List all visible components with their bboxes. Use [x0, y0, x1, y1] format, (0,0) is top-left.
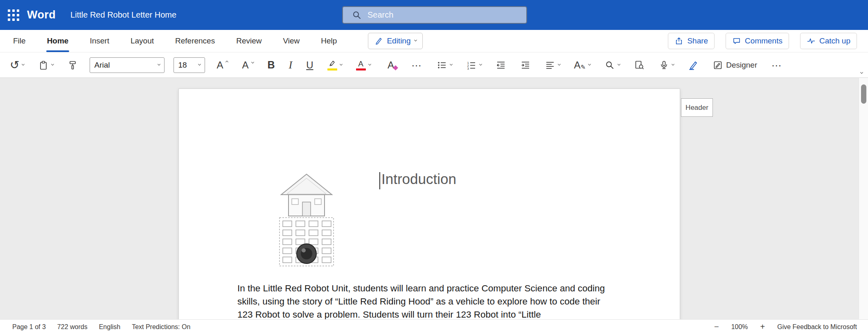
- decrease-indent-button[interactable]: [493, 56, 509, 74]
- more-ribbon-options-button[interactable]: …: [769, 56, 785, 74]
- more-font-options-button[interactable]: …: [409, 56, 425, 74]
- grow-font-button[interactable]: A: [214, 56, 230, 74]
- format-painter-icon: [68, 60, 78, 70]
- numbering-menu-chevron[interactable]: [479, 62, 482, 65]
- font-color-icon: A: [356, 60, 366, 70]
- designer-label: Designer: [726, 61, 757, 70]
- comments-label: Comments: [745, 36, 782, 45]
- dictate-button[interactable]: [656, 56, 676, 74]
- underline-button[interactable]: U: [304, 56, 316, 74]
- paste-button[interactable]: [36, 56, 56, 74]
- ellipsis-icon: …: [771, 61, 782, 69]
- numbering-button[interactable]: 1 2 3: [464, 56, 484, 74]
- grow-font-arrow-icon: [225, 61, 228, 64]
- increase-indent-button[interactable]: [518, 56, 533, 74]
- bullets-button[interactable]: [434, 56, 455, 74]
- app-name[interactable]: Word: [27, 9, 56, 21]
- house-robot-image[interactable]: [271, 169, 343, 272]
- zoom-in-button[interactable]: +: [760, 322, 765, 332]
- share-icon: [674, 36, 683, 45]
- tab-layout[interactable]: Layout: [131, 30, 154, 52]
- editor-button[interactable]: [685, 56, 701, 74]
- bold-icon: B: [268, 59, 275, 71]
- clipboard-icon: [38, 60, 49, 70]
- feedback-link[interactable]: Give Feedback to Microsoft: [777, 323, 857, 331]
- font-size-chevron[interactable]: [198, 62, 201, 65]
- collapse-ribbon-button[interactable]: [859, 66, 864, 76]
- text-predictions-toggle[interactable]: Text Predictions: On: [132, 323, 190, 331]
- scrollbar-thumb[interactable]: [861, 84, 866, 104]
- shrink-font-arrow-icon: [251, 61, 254, 64]
- activity-pulse-icon: [807, 36, 816, 45]
- undo-button[interactable]: ↺: [7, 56, 27, 74]
- search-box[interactable]: [342, 6, 527, 24]
- app-launcher-button[interactable]: [0, 0, 27, 30]
- tab-insert[interactable]: Insert: [90, 30, 109, 52]
- tab-file[interactable]: File: [13, 30, 26, 52]
- styles-menu-chevron[interactable]: [588, 62, 591, 65]
- tab-home[interactable]: Home: [47, 30, 69, 52]
- zoom-out-button[interactable]: −: [714, 322, 719, 332]
- underline-icon: U: [306, 59, 313, 71]
- shrink-font-button[interactable]: A: [239, 56, 256, 74]
- page-indicator[interactable]: Page 1 of 3: [12, 323, 46, 331]
- find-menu-chevron[interactable]: [618, 62, 620, 65]
- word-online-app: Word Little Red Robot Letter Home File H…: [0, 0, 868, 334]
- document-heading[interactable]: Introduction: [381, 171, 456, 187]
- highlight-menu-chevron[interactable]: [340, 62, 343, 65]
- styles-button[interactable]: A ✎: [572, 56, 593, 74]
- alignment-menu-chevron[interactable]: [558, 62, 561, 65]
- document-body-text[interactable]: In the Little Red Robot Unit, students w…: [237, 282, 614, 319]
- find-button[interactable]: [602, 56, 622, 74]
- paste-menu-chevron[interactable]: [51, 62, 54, 65]
- font-color-menu-chevron[interactable]: [368, 62, 371, 65]
- shrink-font-icon: A: [242, 59, 248, 71]
- italic-icon: I: [289, 59, 293, 71]
- document-title[interactable]: Little Red Robot Letter Home: [70, 10, 176, 20]
- comments-button[interactable]: Comments: [726, 33, 789, 49]
- highlight-color-button[interactable]: [325, 56, 345, 74]
- bullets-menu-chevron[interactable]: [450, 62, 453, 65]
- tab-view[interactable]: View: [283, 30, 300, 52]
- microphone-icon: [658, 60, 669, 70]
- font-color-button[interactable]: A: [354, 56, 373, 74]
- word-count[interactable]: 722 words: [57, 323, 88, 331]
- share-button[interactable]: Share: [668, 33, 715, 49]
- search-input[interactable]: [367, 10, 503, 20]
- numbered-list-icon: 1 2 3: [466, 60, 477, 70]
- highlighter-icon: [327, 59, 337, 70]
- editing-mode-button[interactable]: Editing: [368, 33, 422, 49]
- tab-references[interactable]: References: [175, 30, 215, 52]
- undo-menu-chevron[interactable]: [22, 62, 25, 65]
- tab-review[interactable]: Review: [236, 30, 262, 52]
- format-painter-button[interactable]: [65, 56, 81, 74]
- font-name-chevron[interactable]: [158, 62, 160, 65]
- alignment-button[interactable]: [542, 56, 563, 74]
- designer-button[interactable]: Designer: [710, 56, 760, 74]
- clear-formatting-button[interactable]: A: [382, 56, 400, 74]
- document-search-icon: [634, 60, 645, 70]
- font-size-combobox[interactable]: 18: [174, 57, 205, 73]
- clear-formatting-icon: A: [385, 60, 397, 70]
- comments-icon: [732, 36, 741, 45]
- language-indicator[interactable]: English: [99, 323, 120, 331]
- decrease-indent-icon: [496, 60, 506, 70]
- status-bar-right: − 100% + Give Feedback to Microsoft: [714, 322, 857, 332]
- bulleted-list-icon: [437, 60, 447, 70]
- immersive-reader-button[interactable]: [631, 56, 647, 74]
- bold-button[interactable]: B: [265, 56, 277, 74]
- styles-icon: A ✎: [574, 60, 586, 70]
- font-name-combobox[interactable]: Arial: [90, 57, 165, 73]
- catch-up-button[interactable]: Catch up: [800, 33, 857, 49]
- home-ribbon-toolbar: ↺ Arial 18 A: [0, 52, 868, 78]
- italic-button[interactable]: I: [286, 56, 295, 74]
- grow-font-icon: A: [216, 59, 223, 71]
- vertical-scrollbar[interactable]: [859, 78, 868, 319]
- font-name-value: Arial: [94, 61, 110, 70]
- dictate-menu-chevron[interactable]: [672, 62, 674, 65]
- ribbon-tab-bar: File Home Insert Layout References Revie…: [0, 30, 868, 52]
- tab-help[interactable]: Help: [321, 30, 337, 52]
- align-text-icon: [545, 60, 555, 70]
- document-page[interactable]: Introduction In the Little Red Robot Uni…: [178, 89, 680, 319]
- zoom-level[interactable]: 100%: [731, 323, 748, 331]
